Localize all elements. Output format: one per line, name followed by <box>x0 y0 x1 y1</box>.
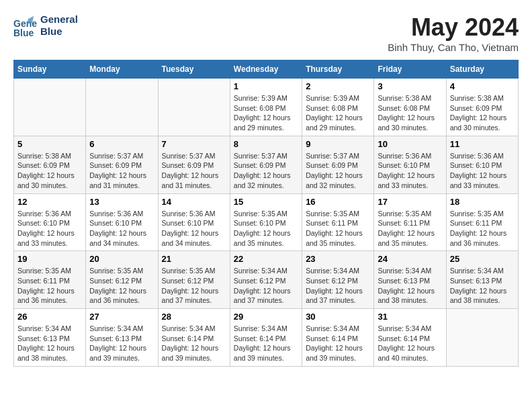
day-number: 23 <box>306 254 370 264</box>
day-info: Sunrise: 5:34 AMSunset: 6:14 PMDaylight:… <box>234 324 298 363</box>
day-number: 27 <box>89 312 154 322</box>
day-info: Sunrise: 5:37 AMSunset: 6:09 PMDaylight:… <box>162 151 226 191</box>
calendar-cell: 18Sunrise: 5:35 AMSunset: 6:11 PMDayligh… <box>446 193 518 251</box>
day-info: Sunrise: 5:38 AMSunset: 6:08 PMDaylight:… <box>378 93 442 133</box>
logo-icon: General Blue <box>13 13 38 38</box>
week-row-5: 26Sunrise: 5:34 AMSunset: 6:13 PMDayligh… <box>14 309 519 367</box>
calendar-cell: 27Sunrise: 5:34 AMSunset: 6:13 PMDayligh… <box>86 309 158 367</box>
day-info: Sunrise: 5:34 AMSunset: 6:14 PMDaylight:… <box>306 324 370 363</box>
day-info: Sunrise: 5:37 AMSunset: 6:09 PMDaylight:… <box>89 151 154 191</box>
day-info: Sunrise: 5:38 AMSunset: 6:09 PMDaylight:… <box>450 93 515 133</box>
day-info: Sunrise: 5:34 AMSunset: 6:12 PMDaylight:… <box>234 266 298 306</box>
day-number: 5 <box>17 139 82 149</box>
calendar-cell: 7Sunrise: 5:37 AMSunset: 6:09 PMDaylight… <box>158 136 230 193</box>
svg-text:Blue: Blue <box>13 28 34 38</box>
day-number: 4 <box>450 81 515 91</box>
calendar-cell: 24Sunrise: 5:34 AMSunset: 6:13 PMDayligh… <box>374 251 446 309</box>
day-header-friday: Friday <box>374 60 446 79</box>
logo: General Blue General Blue <box>13 13 78 38</box>
calendar-cell: 28Sunrise: 5:34 AMSunset: 6:14 PMDayligh… <box>158 309 230 367</box>
day-info: Sunrise: 5:39 AMSunset: 6:08 PMDaylight:… <box>234 93 298 133</box>
calendar-header: SundayMondayTuesdayWednesdayThursdayFrid… <box>14 60 519 79</box>
calendar-cell: 22Sunrise: 5:34 AMSunset: 6:12 PMDayligh… <box>230 251 302 309</box>
day-number: 28 <box>162 312 226 322</box>
calendar-cell: 19Sunrise: 5:35 AMSunset: 6:11 PMDayligh… <box>14 251 86 309</box>
day-number: 20 <box>89 254 154 264</box>
logo-text: General Blue <box>40 13 78 38</box>
day-header-sunday: Sunday <box>14 60 86 79</box>
calendar-cell: 11Sunrise: 5:36 AMSunset: 6:10 PMDayligh… <box>446 136 518 193</box>
day-number: 25 <box>450 254 515 264</box>
day-number: 7 <box>162 139 226 149</box>
calendar-cell: 8Sunrise: 5:37 AMSunset: 6:09 PMDaylight… <box>230 136 302 193</box>
day-number: 8 <box>234 139 298 149</box>
day-number: 24 <box>378 254 442 264</box>
day-number: 17 <box>378 197 442 207</box>
day-header-thursday: Thursday <box>302 60 374 79</box>
day-number: 15 <box>234 197 298 207</box>
calendar-cell: 25Sunrise: 5:34 AMSunset: 6:13 PMDayligh… <box>446 251 518 309</box>
day-number: 22 <box>234 254 298 264</box>
calendar-cell: 1Sunrise: 5:39 AMSunset: 6:08 PMDaylight… <box>230 79 302 136</box>
title-block: May 2024 Binh Thuy, Can Tho, Vietnam <box>388 13 519 53</box>
calendar-cell: 21Sunrise: 5:35 AMSunset: 6:12 PMDayligh… <box>158 251 230 309</box>
calendar-cell: 20Sunrise: 5:35 AMSunset: 6:12 PMDayligh… <box>86 251 158 309</box>
day-info: Sunrise: 5:37 AMSunset: 6:09 PMDaylight:… <box>234 151 298 191</box>
calendar-cell: 15Sunrise: 5:35 AMSunset: 6:10 PMDayligh… <box>230 193 302 251</box>
calendar-cell: 13Sunrise: 5:36 AMSunset: 6:10 PMDayligh… <box>86 193 158 251</box>
day-info: Sunrise: 5:35 AMSunset: 6:12 PMDaylight:… <box>89 266 154 306</box>
day-info: Sunrise: 5:36 AMSunset: 6:10 PMDaylight:… <box>378 151 442 191</box>
day-info: Sunrise: 5:34 AMSunset: 6:14 PMDaylight:… <box>378 324 442 363</box>
day-number: 31 <box>378 312 442 322</box>
calendar-cell <box>446 309 518 367</box>
day-number: 1 <box>234 81 298 91</box>
calendar-cell: 12Sunrise: 5:36 AMSunset: 6:10 PMDayligh… <box>14 193 86 251</box>
day-info: Sunrise: 5:36 AMSunset: 6:10 PMDaylight:… <box>89 209 154 248</box>
calendar-cell: 31Sunrise: 5:34 AMSunset: 6:14 PMDayligh… <box>374 309 446 367</box>
week-row-2: 5Sunrise: 5:38 AMSunset: 6:09 PMDaylight… <box>14 136 519 193</box>
calendar-cell: 29Sunrise: 5:34 AMSunset: 6:14 PMDayligh… <box>230 309 302 367</box>
calendar-cell: 10Sunrise: 5:36 AMSunset: 6:10 PMDayligh… <box>374 136 446 193</box>
day-info: Sunrise: 5:35 AMSunset: 6:12 PMDaylight:… <box>162 266 226 306</box>
week-row-4: 19Sunrise: 5:35 AMSunset: 6:11 PMDayligh… <box>14 251 519 309</box>
location-subtitle: Binh Thuy, Can Tho, Vietnam <box>388 42 519 53</box>
day-info: Sunrise: 5:34 AMSunset: 6:13 PMDaylight:… <box>89 324 154 363</box>
day-number: 30 <box>306 312 370 322</box>
day-info: Sunrise: 5:35 AMSunset: 6:11 PMDaylight:… <box>17 266 82 306</box>
calendar-cell: 23Sunrise: 5:34 AMSunset: 6:12 PMDayligh… <box>302 251 374 309</box>
day-info: Sunrise: 5:36 AMSunset: 6:10 PMDaylight:… <box>17 209 82 248</box>
day-info: Sunrise: 5:36 AMSunset: 6:10 PMDaylight:… <box>450 151 515 191</box>
calendar-body: 1Sunrise: 5:39 AMSunset: 6:08 PMDaylight… <box>14 79 519 367</box>
day-number: 12 <box>17 197 82 207</box>
day-info: Sunrise: 5:34 AMSunset: 6:13 PMDaylight:… <box>378 266 442 306</box>
day-number: 11 <box>450 139 515 149</box>
calendar-table: SundayMondayTuesdayWednesdayThursdayFrid… <box>13 60 519 367</box>
day-info: Sunrise: 5:35 AMSunset: 6:10 PMDaylight:… <box>234 209 298 248</box>
calendar-cell: 5Sunrise: 5:38 AMSunset: 6:09 PMDaylight… <box>14 136 86 193</box>
day-header-monday: Monday <box>86 60 158 79</box>
calendar-cell <box>158 79 230 136</box>
month-title: May 2024 <box>388 13 519 42</box>
calendar-cell <box>14 79 86 136</box>
day-number: 29 <box>234 312 298 322</box>
week-row-1: 1Sunrise: 5:39 AMSunset: 6:08 PMDaylight… <box>14 79 519 136</box>
day-number: 9 <box>306 139 370 149</box>
day-info: Sunrise: 5:36 AMSunset: 6:10 PMDaylight:… <box>162 209 226 248</box>
calendar-cell: 3Sunrise: 5:38 AMSunset: 6:08 PMDaylight… <box>374 79 446 136</box>
day-number: 3 <box>378 81 442 91</box>
day-info: Sunrise: 5:35 AMSunset: 6:11 PMDaylight:… <box>450 209 515 248</box>
day-info: Sunrise: 5:35 AMSunset: 6:11 PMDaylight:… <box>306 209 370 248</box>
calendar-cell: 26Sunrise: 5:34 AMSunset: 6:13 PMDayligh… <box>14 309 86 367</box>
day-number: 26 <box>17 312 82 322</box>
day-info: Sunrise: 5:34 AMSunset: 6:12 PMDaylight:… <box>306 266 370 306</box>
day-info: Sunrise: 5:38 AMSunset: 6:09 PMDaylight:… <box>17 151 82 191</box>
day-number: 16 <box>306 197 370 207</box>
day-header-wednesday: Wednesday <box>230 60 302 79</box>
calendar-cell: 16Sunrise: 5:35 AMSunset: 6:11 PMDayligh… <box>302 193 374 251</box>
day-info: Sunrise: 5:34 AMSunset: 6:14 PMDaylight:… <box>162 324 226 363</box>
calendar-cell <box>86 79 158 136</box>
calendar-cell: 17Sunrise: 5:35 AMSunset: 6:11 PMDayligh… <box>374 193 446 251</box>
day-number: 19 <box>17 254 82 264</box>
calendar-cell: 4Sunrise: 5:38 AMSunset: 6:09 PMDaylight… <box>446 79 518 136</box>
day-number: 13 <box>89 197 154 207</box>
